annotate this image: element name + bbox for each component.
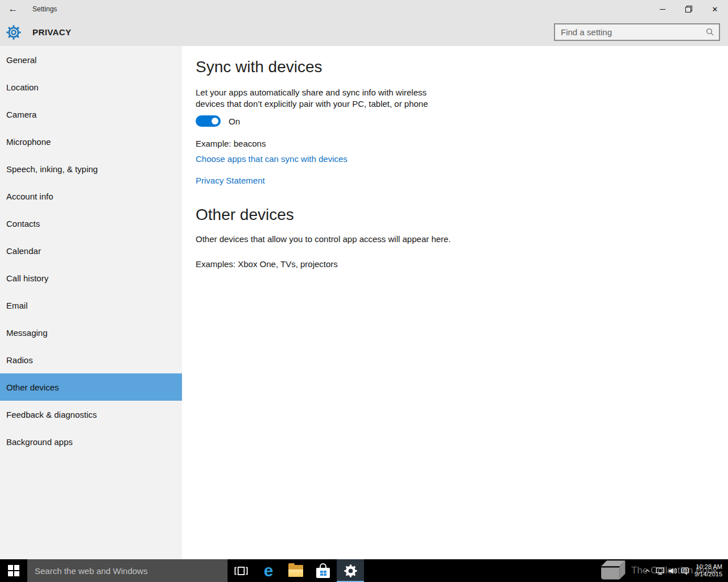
settings-window: ← Settings ✕ PRIVACY xyxy=(0,0,728,582)
sidebar-item-account-info[interactable]: Account info xyxy=(0,182,182,210)
store-icon xyxy=(316,563,330,578)
sidebar-item-location[interactable]: Location xyxy=(0,73,182,101)
titlebar: ← Settings ✕ xyxy=(0,0,728,18)
settings-gear-icon xyxy=(6,24,22,40)
sidebar: General Location Camera Microphone Speec… xyxy=(0,46,182,559)
other-devices-examples: Examples: Xbox One, TVs, projectors xyxy=(196,259,705,270)
choose-apps-link[interactable]: Choose apps that can sync with devices xyxy=(196,154,348,164)
close-button[interactable]: ✕ xyxy=(702,0,728,18)
sidebar-item-radios[interactable]: Radios xyxy=(0,346,182,373)
task-view-button[interactable] xyxy=(228,559,255,582)
edge-icon: e xyxy=(264,562,274,579)
sidebar-item-general[interactable]: General xyxy=(0,46,182,73)
main-content: Sync with devices Let your apps automati… xyxy=(182,46,728,559)
taskbar-clock[interactable]: 10:28 AM 9/14/2015 xyxy=(694,563,722,578)
sidebar-item-other-devices[interactable]: Other devices xyxy=(0,373,182,401)
other-devices-heading: Other devices xyxy=(196,205,705,225)
minimize-icon xyxy=(660,9,665,10)
sidebar-item-microphone[interactable]: Microphone xyxy=(0,128,182,155)
volume-icon[interactable] xyxy=(666,559,679,582)
sidebar-item-messaging[interactable]: Messaging xyxy=(0,319,182,346)
settings-gear-taskbar-icon xyxy=(344,564,358,578)
sidebar-item-camera[interactable]: Camera xyxy=(0,101,182,128)
other-devices-description: Other devices that allow you to control … xyxy=(196,234,705,245)
sidebar-item-call-history[interactable]: Call history xyxy=(0,264,182,292)
sidebar-item-email[interactable]: Email xyxy=(0,292,182,319)
clock-date: 9/14/2015 xyxy=(694,571,722,578)
taskbar: e xyxy=(0,559,728,582)
minimize-button[interactable] xyxy=(650,0,676,18)
sidebar-item-contacts[interactable]: Contacts xyxy=(0,210,182,237)
sync-toggle[interactable] xyxy=(196,115,221,127)
book-icon xyxy=(598,559,627,582)
window-controls: ✕ xyxy=(650,0,728,18)
edge-button[interactable]: e xyxy=(255,559,282,582)
sidebar-item-feedback-diagnostics[interactable]: Feedback & diagnostics xyxy=(0,401,182,428)
sidebar-item-calendar[interactable]: Calendar xyxy=(0,237,182,264)
sync-with-devices-heading: Sync with devices xyxy=(196,57,705,77)
sync-description: Let your apps automatically share and sy… xyxy=(196,87,440,110)
store-button[interactable] xyxy=(309,559,337,582)
close-icon: ✕ xyxy=(712,5,718,14)
system-tray: 10:28 AM 9/14/2015 xyxy=(641,559,722,582)
windows-logo-icon xyxy=(8,565,19,576)
back-arrow-icon: ← xyxy=(9,3,18,14)
action-center-icon[interactable] xyxy=(679,559,691,582)
settings-taskbar-button[interactable] xyxy=(337,559,364,582)
page-title: PRIVACY xyxy=(32,27,71,37)
find-setting-searchbox xyxy=(554,23,720,41)
search-icon[interactable] xyxy=(706,28,714,36)
window-title: Settings xyxy=(32,5,57,13)
file-explorer-icon xyxy=(288,565,303,577)
sync-toggle-row: On xyxy=(196,115,705,127)
sync-example-text: Example: beacons xyxy=(196,138,705,149)
sidebar-item-speech-inking-typing[interactable]: Speech, inking, & typing xyxy=(0,155,182,182)
file-explorer-button[interactable] xyxy=(282,559,309,582)
clock-time: 10:28 AM xyxy=(694,563,722,571)
tray-chevron-up-icon[interactable] xyxy=(641,559,653,582)
taskbar-search-input[interactable] xyxy=(27,559,228,582)
sync-toggle-state-label: On xyxy=(229,117,240,126)
privacy-statement-link[interactable]: Privacy Statement xyxy=(196,176,265,185)
start-button[interactable] xyxy=(0,559,27,582)
back-button[interactable]: ← xyxy=(0,0,26,18)
network-icon[interactable] xyxy=(653,559,666,582)
app-body: General Location Camera Microphone Speec… xyxy=(0,46,728,559)
restore-button[interactable] xyxy=(676,0,702,18)
header: PRIVACY xyxy=(0,18,728,46)
sidebar-item-background-apps[interactable]: Background apps xyxy=(0,428,182,455)
restore-icon xyxy=(685,6,692,13)
search-input[interactable] xyxy=(555,27,706,37)
task-view-icon xyxy=(234,566,249,576)
